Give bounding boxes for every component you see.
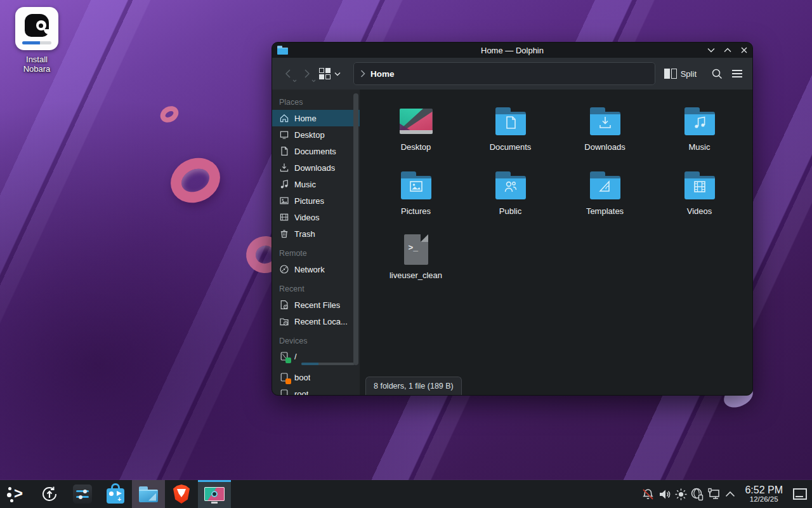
desktop-folder-preview-icon	[400, 109, 433, 134]
file-item-downloads[interactable]: Downloads	[558, 102, 652, 166]
clock-time: 6:52 PM	[745, 485, 783, 496]
volume-button[interactable]	[656, 480, 672, 508]
sidebar-item-boot[interactable]: boot	[272, 369, 360, 385]
kde-launcher-icon: >	[7, 486, 26, 502]
desktop-icon	[279, 130, 289, 140]
dolphin-task-button[interactable]	[132, 480, 165, 508]
folder-view[interactable]: Desktop Documents Downloads	[360, 90, 752, 395]
file-item-music[interactable]: Music	[652, 102, 747, 166]
app-launcher-button[interactable]: >	[0, 480, 33, 508]
folder-image-icon	[400, 171, 433, 199]
sidebar-item-home[interactable]: Home	[272, 110, 360, 126]
menu-button[interactable]	[728, 64, 746, 83]
toolbar: Home Split	[272, 58, 752, 90]
notifications-muted-button[interactable]	[639, 480, 656, 508]
sidebar-item-recent-files[interactable]: Recent Files	[272, 297, 360, 313]
chevron-up-icon	[725, 491, 735, 497]
section-header-places: Places	[272, 91, 360, 110]
file-item-desktop[interactable]: Desktop	[369, 102, 463, 166]
recent-folder-icon	[279, 316, 289, 326]
network-globe-icon	[279, 264, 289, 274]
breadcrumb-home[interactable]: Home	[370, 69, 395, 79]
tray-expander-button[interactable]	[722, 480, 738, 508]
folder-document-icon	[494, 107, 527, 135]
sidebar-item-desktop[interactable]: Desktop	[272, 126, 360, 143]
document-icon	[279, 146, 289, 156]
file-item-liveuser-clean[interactable]: >_ liveuser_clean	[369, 231, 463, 295]
file-item-public[interactable]: Public	[463, 166, 558, 231]
titlebar[interactable]: Home — Dolphin	[272, 43, 752, 58]
file-item-videos[interactable]: Videos	[652, 166, 747, 231]
music-note-icon	[279, 179, 289, 189]
system-settings-button[interactable]	[66, 480, 99, 508]
nobara-updater-button[interactable]	[33, 480, 66, 508]
speaker-icon	[658, 488, 671, 501]
search-button[interactable]	[708, 64, 726, 83]
installer-progress-bar	[22, 41, 51, 44]
desktop-icon-label: Install Nobara	[11, 55, 62, 74]
screenshot-icon	[204, 487, 225, 504]
sidebar-item-root-fs[interactable]: /	[272, 349, 360, 369]
split-button[interactable]: Split	[664, 69, 697, 79]
spectacle-task-button[interactable]	[198, 480, 231, 508]
file-item-pictures[interactable]: Pictures	[369, 166, 463, 231]
view-mode-button[interactable]	[319, 68, 341, 79]
section-header-devices: Devices	[272, 330, 360, 349]
mounted-emblem	[285, 358, 291, 363]
hamburger-icon	[731, 69, 743, 78]
places-panel: Places Home Desktop Documents Downloads …	[272, 90, 360, 395]
nobara-installer-icon	[15, 7, 58, 50]
sidebar-item-recent-locations[interactable]: Recent Loca...	[272, 313, 360, 330]
brave-browser-button[interactable]	[165, 480, 198, 508]
digital-clock[interactable]: 6:52 PM 12/26/25	[745, 485, 783, 504]
globe-device-icon	[690, 487, 704, 501]
taskbar-panel: > +	[0, 480, 812, 508]
sidebar-item-root[interactable]: root	[272, 385, 360, 396]
section-header-recent: Recent	[272, 277, 360, 297]
image-icon	[279, 196, 289, 206]
split-label: Split	[681, 69, 697, 79]
kde-connect-button[interactable]	[689, 480, 705, 508]
shopping-bag-icon: +	[107, 488, 124, 504]
close-button[interactable]	[736, 43, 752, 58]
back-button[interactable]	[278, 63, 298, 84]
sidebar-item-pictures[interactable]: Pictures	[272, 192, 360, 209]
folder-music-icon	[683, 107, 716, 135]
location-bar[interactable]: Home	[353, 62, 655, 85]
file-item-documents[interactable]: Documents	[463, 102, 558, 166]
sidebar-item-trash[interactable]: Trash	[272, 225, 360, 242]
sidebar-item-downloads[interactable]: Downloads	[272, 159, 360, 176]
home-icon	[279, 113, 289, 123]
icon-view-grid-icon	[319, 68, 331, 79]
window-title: Home — Dolphin	[272, 46, 752, 55]
split-view-icon	[664, 69, 677, 79]
forward-button[interactable]	[298, 63, 317, 84]
install-nobara-shortcut[interactable]: Install Nobara	[11, 7, 62, 74]
folder-icon	[139, 486, 158, 502]
network-button[interactable]	[705, 480, 722, 508]
sliders-icon	[73, 485, 92, 504]
discover-button[interactable]: +	[99, 480, 132, 508]
hdd-icon	[279, 372, 289, 382]
sidebar-item-music[interactable]: Music	[272, 176, 360, 192]
film-icon	[279, 212, 289, 222]
folder-video-icon	[683, 171, 716, 199]
file-item-templates[interactable]: Templates	[558, 166, 652, 231]
chevron-down-icon	[334, 72, 341, 76]
trash-icon	[279, 229, 289, 239]
system-tray: 6:52 PM 12/26/25	[639, 480, 812, 508]
unmounted-emblem	[285, 378, 291, 384]
sidebar-item-videos[interactable]: Videos	[272, 209, 360, 225]
section-header-remote: Remote	[272, 242, 360, 261]
unmounted-emblem	[285, 395, 291, 396]
download-icon	[279, 163, 289, 173]
show-desktop-button[interactable]	[790, 480, 809, 508]
status-bar-summary: 8 folders, 1 file (189 B)	[365, 377, 462, 395]
sidebar-item-documents[interactable]: Documents	[272, 143, 360, 159]
sidebar-scrollbar[interactable]	[353, 93, 358, 365]
file-grid: Desktop Documents Downloads	[369, 102, 747, 295]
night-color-button[interactable]	[672, 480, 689, 508]
sidebar-item-network[interactable]: Network	[272, 261, 360, 277]
maximize-button[interactable]	[719, 43, 736, 58]
minimize-button[interactable]	[703, 43, 719, 58]
